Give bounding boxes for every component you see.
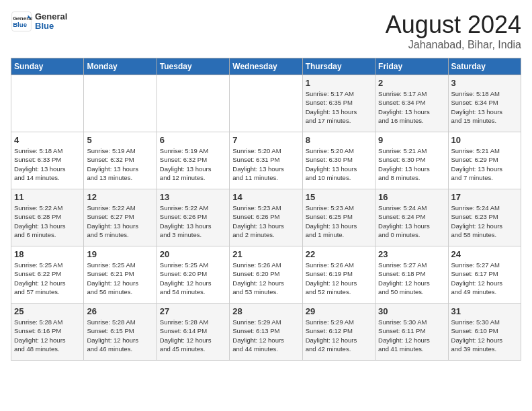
day-cell: 11Sunrise: 5:22 AM Sunset: 6:28 PM Dayli… bbox=[11, 189, 84, 246]
day-cell: 1Sunrise: 5:17 AM Sunset: 6:35 PM Daylig… bbox=[302, 75, 375, 132]
day-info: Sunrise: 5:29 AM Sunset: 6:12 PM Dayligh… bbox=[306, 318, 372, 353]
week-row-3: 11Sunrise: 5:22 AM Sunset: 6:28 PM Dayli… bbox=[11, 189, 521, 246]
day-cell: 23Sunrise: 5:27 AM Sunset: 6:18 PM Dayli… bbox=[375, 246, 448, 304]
col-header-sunday: Sunday bbox=[11, 58, 84, 75]
day-info: Sunrise: 5:26 AM Sunset: 6:19 PM Dayligh… bbox=[306, 261, 372, 296]
svg-text:Blue: Blue bbox=[13, 21, 27, 28]
day-number: 24 bbox=[451, 249, 518, 259]
day-number: 11 bbox=[14, 192, 81, 202]
day-info: Sunrise: 5:19 AM Sunset: 6:32 PM Dayligh… bbox=[87, 146, 153, 182]
day-info: Sunrise: 5:22 AM Sunset: 6:26 PM Dayligh… bbox=[160, 203, 226, 239]
day-cell: 22Sunrise: 5:26 AM Sunset: 6:19 PM Dayli… bbox=[302, 246, 375, 304]
day-number: 27 bbox=[160, 306, 226, 316]
day-info: Sunrise: 5:21 AM Sunset: 6:29 PM Dayligh… bbox=[451, 146, 518, 182]
day-number: 28 bbox=[232, 306, 299, 316]
week-row-5: 25Sunrise: 5:28 AM Sunset: 6:16 PM Dayli… bbox=[11, 304, 521, 361]
day-cell: 2Sunrise: 5:17 AM Sunset: 6:34 PM Daylig… bbox=[375, 75, 448, 132]
day-info: Sunrise: 5:17 AM Sunset: 6:34 PM Dayligh… bbox=[378, 89, 445, 125]
day-info: Sunrise: 5:28 AM Sunset: 6:14 PM Dayligh… bbox=[160, 318, 226, 353]
day-number: 6 bbox=[160, 135, 226, 145]
day-info: Sunrise: 5:18 AM Sunset: 6:34 PM Dayligh… bbox=[451, 89, 518, 125]
calendar-subtitle: Jahanabad, Bihar, India bbox=[386, 39, 521, 51]
day-info: Sunrise: 5:26 AM Sunset: 6:20 PM Dayligh… bbox=[232, 261, 299, 296]
day-number: 4 bbox=[14, 135, 81, 145]
day-number: 22 bbox=[306, 249, 372, 259]
day-cell: 14Sunrise: 5:23 AM Sunset: 6:26 PM Dayli… bbox=[230, 189, 302, 246]
day-info: Sunrise: 5:20 AM Sunset: 6:30 PM Dayligh… bbox=[306, 146, 372, 182]
day-cell: 28Sunrise: 5:29 AM Sunset: 6:13 PM Dayli… bbox=[230, 304, 302, 361]
day-number: 13 bbox=[160, 192, 226, 202]
day-info: Sunrise: 5:28 AM Sunset: 6:15 PM Dayligh… bbox=[87, 318, 153, 353]
day-number: 23 bbox=[378, 249, 445, 259]
day-number: 3 bbox=[451, 78, 518, 88]
day-info: Sunrise: 5:20 AM Sunset: 6:31 PM Dayligh… bbox=[232, 146, 299, 182]
day-number: 29 bbox=[306, 306, 372, 316]
col-header-saturday: Saturday bbox=[448, 58, 521, 75]
day-cell: 24Sunrise: 5:27 AM Sunset: 6:17 PM Dayli… bbox=[448, 246, 521, 304]
header-row: SundayMondayTuesdayWednesdayThursdayFrid… bbox=[11, 58, 521, 75]
header: General Blue General Blue August 2024 Ja… bbox=[11, 11, 521, 51]
day-info: Sunrise: 5:29 AM Sunset: 6:13 PM Dayligh… bbox=[232, 318, 299, 353]
day-number: 15 bbox=[306, 192, 372, 202]
day-cell: 16Sunrise: 5:24 AM Sunset: 6:24 PM Dayli… bbox=[375, 189, 448, 246]
day-number: 16 bbox=[378, 192, 445, 202]
day-cell: 4Sunrise: 5:18 AM Sunset: 6:33 PM Daylig… bbox=[11, 132, 84, 189]
day-info: Sunrise: 5:28 AM Sunset: 6:16 PM Dayligh… bbox=[14, 318, 81, 353]
day-number: 14 bbox=[232, 192, 299, 202]
day-cell: 7Sunrise: 5:20 AM Sunset: 6:31 PM Daylig… bbox=[230, 132, 302, 189]
col-header-monday: Monday bbox=[84, 58, 157, 75]
day-info: Sunrise: 5:30 AM Sunset: 6:11 PM Dayligh… bbox=[378, 318, 445, 353]
day-info: Sunrise: 5:22 AM Sunset: 6:28 PM Dayligh… bbox=[14, 203, 81, 239]
day-cell: 31Sunrise: 5:30 AM Sunset: 6:10 PM Dayli… bbox=[448, 304, 521, 361]
day-cell: 19Sunrise: 5:25 AM Sunset: 6:21 PM Dayli… bbox=[84, 246, 157, 304]
day-info: Sunrise: 5:25 AM Sunset: 6:22 PM Dayligh… bbox=[14, 261, 81, 296]
day-cell: 21Sunrise: 5:26 AM Sunset: 6:20 PM Dayli… bbox=[230, 246, 302, 304]
day-cell: 5Sunrise: 5:19 AM Sunset: 6:32 PM Daylig… bbox=[84, 132, 157, 189]
logo-icon: General Blue bbox=[11, 11, 32, 32]
day-cell: 20Sunrise: 5:25 AM Sunset: 6:20 PM Dayli… bbox=[157, 246, 229, 304]
day-cell: 10Sunrise: 5:21 AM Sunset: 6:29 PM Dayli… bbox=[448, 132, 521, 189]
day-info: Sunrise: 5:17 AM Sunset: 6:35 PM Dayligh… bbox=[306, 89, 372, 125]
calendar-table: SundayMondayTuesdayWednesdayThursdayFrid… bbox=[11, 58, 521, 361]
col-header-tuesday: Tuesday bbox=[157, 58, 229, 75]
day-info: Sunrise: 5:23 AM Sunset: 6:26 PM Dayligh… bbox=[232, 203, 299, 239]
day-cell: 18Sunrise: 5:25 AM Sunset: 6:22 PM Dayli… bbox=[11, 246, 84, 304]
day-cell bbox=[230, 75, 302, 132]
day-info: Sunrise: 5:22 AM Sunset: 6:27 PM Dayligh… bbox=[87, 203, 153, 239]
day-info: Sunrise: 5:24 AM Sunset: 6:23 PM Dayligh… bbox=[451, 203, 518, 239]
day-info: Sunrise: 5:25 AM Sunset: 6:21 PM Dayligh… bbox=[87, 261, 153, 296]
day-cell: 15Sunrise: 5:23 AM Sunset: 6:25 PM Dayli… bbox=[302, 189, 375, 246]
day-info: Sunrise: 5:18 AM Sunset: 6:33 PM Dayligh… bbox=[14, 146, 81, 182]
day-cell: 12Sunrise: 5:22 AM Sunset: 6:27 PM Dayli… bbox=[84, 189, 157, 246]
day-cell bbox=[84, 75, 157, 132]
day-cell: 6Sunrise: 5:19 AM Sunset: 6:32 PM Daylig… bbox=[157, 132, 229, 189]
day-info: Sunrise: 5:25 AM Sunset: 6:20 PM Dayligh… bbox=[160, 261, 226, 296]
day-number: 25 bbox=[14, 306, 81, 316]
day-info: Sunrise: 5:23 AM Sunset: 6:25 PM Dayligh… bbox=[306, 203, 372, 239]
calendar-title: August 2024 bbox=[386, 11, 521, 39]
title-area: August 2024 Jahanabad, Bihar, India bbox=[386, 11, 521, 51]
day-number: 30 bbox=[378, 306, 445, 316]
day-number: 5 bbox=[87, 135, 153, 145]
week-row-4: 18Sunrise: 5:25 AM Sunset: 6:22 PM Dayli… bbox=[11, 246, 521, 304]
day-cell: 9Sunrise: 5:21 AM Sunset: 6:30 PM Daylig… bbox=[375, 132, 448, 189]
day-number: 17 bbox=[451, 192, 518, 202]
col-header-thursday: Thursday bbox=[302, 58, 375, 75]
logo-text-general: General bbox=[35, 12, 67, 21]
day-info: Sunrise: 5:30 AM Sunset: 6:10 PM Dayligh… bbox=[451, 318, 518, 353]
day-cell: 3Sunrise: 5:18 AM Sunset: 6:34 PM Daylig… bbox=[448, 75, 521, 132]
day-cell: 29Sunrise: 5:29 AM Sunset: 6:12 PM Dayli… bbox=[302, 304, 375, 361]
day-cell: 30Sunrise: 5:30 AM Sunset: 6:11 PM Dayli… bbox=[375, 304, 448, 361]
day-cell bbox=[157, 75, 229, 132]
week-row-1: 1Sunrise: 5:17 AM Sunset: 6:35 PM Daylig… bbox=[11, 75, 521, 132]
day-number: 31 bbox=[451, 306, 518, 316]
day-number: 12 bbox=[87, 192, 153, 202]
col-header-wednesday: Wednesday bbox=[230, 58, 302, 75]
day-number: 18 bbox=[14, 249, 81, 259]
week-row-2: 4Sunrise: 5:18 AM Sunset: 6:33 PM Daylig… bbox=[11, 132, 521, 189]
logo-text-blue: Blue bbox=[35, 21, 67, 31]
day-number: 26 bbox=[87, 306, 153, 316]
day-number: 1 bbox=[306, 78, 372, 88]
day-number: 9 bbox=[378, 135, 445, 145]
day-cell: 17Sunrise: 5:24 AM Sunset: 6:23 PM Dayli… bbox=[448, 189, 521, 246]
